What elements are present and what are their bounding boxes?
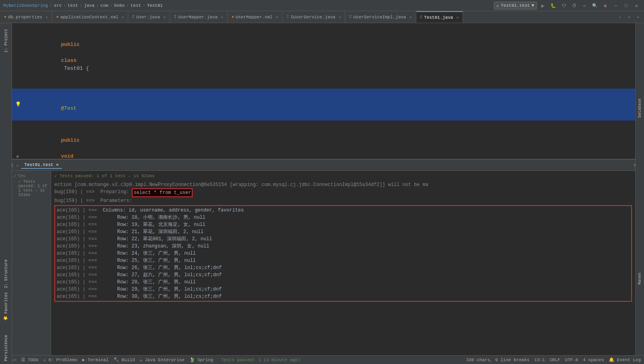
tab-application-context[interactable]: ● applicationContext.xml ✕ [52,11,128,23]
console-row-25: ace(165) | <== Row: 25, 张三, 广州, 男, null [57,257,630,264]
java-enterprise-icon[interactable]: ☕ Java Enterprise [140,357,185,362]
tab-icon-app-context: ● [56,15,59,19]
console-row-27: ace(165) | <== Row: 27, 赵六, 广州, 男, lol;c… [57,271,630,279]
run-tab-test01[interactable]: Test01.test ✕ [21,161,62,169]
tab-close-userserviceimpl[interactable]: ✕ [409,15,411,20]
run-icon-small: ☕ [16,162,19,168]
pass-icon: ✓ [54,174,57,178]
tab-close-test01[interactable]: ✕ [456,15,459,20]
code-line-12: 12 [0,81,638,89]
editor-tab-bar: ● db.properties ✕ ● applicationContext.x… [0,11,644,23]
test-status-label: ✓ Tests passed: 1 of 1 test – 1s 531ms [13,179,49,197]
run-button[interactable]: ▶ [539,2,547,10]
structure-icon[interactable]: 2: Structure [1,258,11,290]
breadcrumb-file[interactable]: Test01 [147,3,163,8]
tab-close-usermapper-java[interactable]: ✕ [221,15,223,20]
console-line-sql: bug(159) | ==> Preparing: select * from … [54,188,632,197]
tab-scroll-right[interactable]: › [634,13,642,21]
problems-icon[interactable]: ⚠ 6: Problems [43,357,78,362]
run-panel: Run: ☕ Test01.test ✕ ⚙ — ▶ ✓ >> ▽ [0,159,644,355]
code-content: 10 11 public class Test01 { [0,23,638,159]
console-line-params: bug(159) | ==> Parameters: [54,197,632,204]
tab-icon-userserviceimpl: C [349,15,352,19]
run-config-chevron: ▼ [531,3,534,8]
tab-close-iuserservice[interactable]: ✕ [338,15,341,20]
tab-iuserservice[interactable]: I IUserService.java ✕ [282,11,345,23]
status-left: ▶ Run ☰ TODO ⚠ 6: Problems ▶ Terminal 🔨 … [3,357,300,362]
maven-panel[interactable]: Maven [635,194,644,364]
tab-usermapper-java[interactable]: I UserMapper.java ✕ [170,11,228,23]
event-log-icon[interactable]: 🔔 Event Log [609,357,641,362]
console-row-29: ace(165) | <== Row: 29, 张三, 广州, 男, lol;c… [57,286,630,293]
code-line-11: 11 public class Test01 { [0,33,638,81]
persistence-icon[interactable]: Persistence [1,332,11,364]
gutter-13: 💡 [14,101,22,109]
coverage-button[interactable]: 🛡 [559,2,568,10]
tab-test01[interactable]: C Test01.java ✕ [416,11,463,23]
result-box: ace(165) | <== Columns: id, username, ad… [54,205,632,302]
breadcrumb-test2[interactable]: test [131,3,141,8]
tab-userserviceimpl[interactable]: C UserServiceImpl.java ✕ [345,11,416,23]
checkmark-pass-icon: ✓ [14,173,16,178]
minimize-button[interactable]: — [611,2,620,10]
breadcrumb-com[interactable]: com [100,3,108,8]
code-editor: 10 11 public class Test01 { [0,23,638,159]
breadcrumb-test[interactable]: test [68,3,78,8]
pass-text: Tests passed: 1 of 1 test – 1s 531ms [60,174,155,178]
run-arrow-icon[interactable]: ▶ [17,152,20,159]
console-row-18: ace(165) | <== Row: 18, 小明, 湖南长沙, 男, nul… [57,214,630,221]
tab-db-properties[interactable]: ● db.properties ✕ [0,11,52,23]
tab-close-db-properties[interactable]: ✕ [46,15,48,20]
build-icon[interactable]: 🔨 Build [113,357,135,362]
run-test-tree: ✓ Tes ✓ Tests passed: 1 of 1 test – 1s 5… [11,171,51,355]
breadcrumb-java[interactable]: java [84,3,94,8]
maximize-button[interactable]: □ [622,2,630,10]
code-line-13: 13 💡 @Test [0,89,638,121]
code-line-14: 14 ▶ public void test (){ [0,121,638,159]
console-row-19: ace(165) | <== Row: 19, 翠花, 北京海淀, 女, nul… [57,221,630,228]
favorites-icon[interactable]: ⭐ Favorites [1,291,11,322]
run-config-dropdown[interactable]: ▶ Test01.test ▼ [494,2,537,10]
run-config-icon: ▶ [497,3,499,8]
tab-usermapper-xml[interactable]: ● UserMapper.xml ✕ [228,11,282,23]
left-sidebar-icons: 1: Project 2: Structure ⭐ Favorites Pers… [0,23,12,364]
top-bar: MyBatisDemoSpring › src › test › java › … [0,0,644,11]
tab-icon-usermapper-xml: ● [232,15,234,19]
test-pass-status: ✓ Tests passed: 1 of 1 test – 1s 531ms [54,172,632,180]
debug-button[interactable]: 🐛 [549,2,558,10]
close-button[interactable]: ✕ [632,2,641,10]
breadcrumb-bobo[interactable]: bobo [114,3,125,8]
todo-icon[interactable]: ☰ TODO [21,357,38,362]
more-run-button[interactable]: ⋯ [580,2,589,10]
tab-close-usermapper-xml[interactable]: ✕ [276,15,278,20]
char-count: 330 chars, 9 line breaks [466,358,529,362]
project-icon[interactable]: 1: Project [1,25,11,57]
test-name-label: Tes [18,174,26,178]
console-output[interactable]: ✓ Tests passed: 1 of 1 test – 1s 531ms e… [51,171,635,355]
tab-user-java[interactable]: C User.java ✕ [128,11,170,23]
search-button[interactable]: 🔍 [590,2,599,10]
run-panel-body: ▶ ✓ >> ▽ ≡ ⤓ 📌 ☰ 🗑 ✓ Tes [0,171,644,355]
tab-scroll-left[interactable]: ‹ [625,13,634,21]
test-pass-indicator: ✓ Tes [13,172,49,179]
console-line-connection: ection [com.mchange.v2.c3p0.impl.NewProx… [54,181,632,188]
run-header-left: Run: ☕ Test01.test ✕ [3,161,62,169]
tab-close-app-context[interactable]: ✕ [121,15,124,20]
run-config-label: Test01.test [501,3,530,8]
spring-icon[interactable]: 🍃 Spring [189,357,213,362]
breadcrumb-project[interactable]: MyBatisDemoSpring [3,3,48,8]
tab-settings-icon[interactable]: ✓ [616,13,625,21]
terminal-icon[interactable]: ▶ Terminal [82,357,109,362]
status-bar: ▶ Run ☰ TODO ⚠ 6: Problems ▶ Terminal 🔨 … [0,355,644,364]
breadcrumb-src[interactable]: src [54,3,62,8]
run-panel-header: Run: ☕ Test01.test ✕ ⚙ — [0,160,644,171]
tab-close-user-java[interactable]: ✕ [163,15,166,20]
tab-icon-iuserservice: I [286,15,289,19]
settings-button[interactable]: ⚙ [601,2,610,10]
database-panel[interactable]: Database [635,23,644,194]
test-passed-status: Tests passed: 1 (a minute ago) [221,358,300,362]
line-endings: CRLF [550,358,560,362]
status-right: 330 chars, 9 line breaks 13:1 CRLF UTF-8… [466,357,641,362]
profile-button[interactable]: ⏱ [570,2,578,10]
encoding: UTF-8 [565,358,578,362]
